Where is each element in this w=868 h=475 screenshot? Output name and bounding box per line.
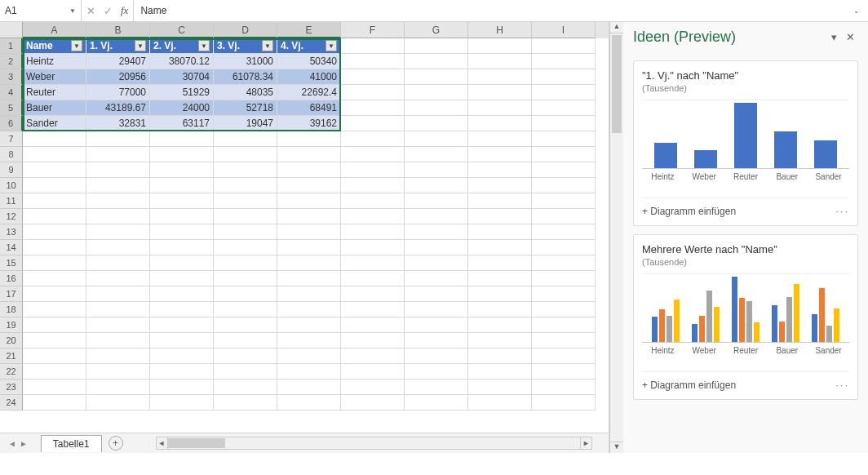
vertical-scrollbar[interactable]: ▲ ▼ bbox=[609, 22, 623, 453]
cell[interactable] bbox=[468, 224, 532, 240]
cell[interactable]: 22692.4 bbox=[277, 85, 341, 100]
cell[interactable] bbox=[23, 147, 86, 162]
row-header[interactable]: 18 bbox=[0, 302, 23, 317]
cell[interactable] bbox=[341, 317, 405, 333]
cell[interactable] bbox=[23, 193, 86, 209]
filter-dropdown-icon[interactable]: ▼ bbox=[262, 40, 273, 51]
cell[interactable] bbox=[405, 178, 468, 193]
cell[interactable] bbox=[468, 286, 532, 302]
cell[interactable]: Reuter bbox=[23, 85, 86, 100]
cell[interactable] bbox=[86, 224, 150, 240]
cell[interactable] bbox=[405, 116, 468, 131]
cell[interactable]: 2. Vj.▼ bbox=[150, 38, 214, 54]
horizontal-scrollbar[interactable]: ◄ ► bbox=[156, 437, 592, 450]
cell[interactable] bbox=[341, 38, 405, 54]
scroll-down-icon[interactable]: ▼ bbox=[610, 442, 623, 453]
column-header[interactable]: H bbox=[468, 22, 532, 38]
cell[interactable] bbox=[468, 364, 532, 380]
cancel-icon[interactable]: ✕ bbox=[86, 5, 95, 17]
cell[interactable] bbox=[86, 286, 150, 302]
cell[interactable] bbox=[150, 302, 214, 317]
filter-dropdown-icon[interactable]: ▼ bbox=[135, 40, 146, 51]
row-header[interactable]: 6 bbox=[0, 116, 23, 131]
cell[interactable] bbox=[150, 178, 214, 193]
cell[interactable] bbox=[150, 224, 214, 240]
cell[interactable] bbox=[214, 131, 277, 147]
cell[interactable] bbox=[341, 240, 405, 255]
cell[interactable] bbox=[23, 131, 86, 147]
cell[interactable] bbox=[341, 69, 405, 85]
column-header[interactable]: E bbox=[277, 22, 341, 38]
cell[interactable] bbox=[468, 302, 532, 317]
cell[interactable] bbox=[341, 333, 405, 348]
cell[interactable] bbox=[405, 302, 468, 317]
cell[interactable]: 51929 bbox=[150, 85, 214, 100]
cell[interactable] bbox=[86, 380, 150, 395]
scroll-up-icon[interactable]: ▲ bbox=[610, 22, 623, 33]
name-box[interactable]: A1 ▼ bbox=[0, 0, 82, 21]
column-header[interactable]: C bbox=[150, 22, 214, 38]
cell[interactable] bbox=[150, 286, 214, 302]
cell[interactable] bbox=[150, 271, 214, 286]
insert-chart-button[interactable]: Diagramm einfügen bbox=[642, 206, 835, 217]
row-header[interactable]: 14 bbox=[0, 240, 23, 255]
cell[interactable] bbox=[405, 348, 468, 364]
cell[interactable] bbox=[341, 162, 405, 178]
cell[interactable] bbox=[214, 302, 277, 317]
cell[interactable] bbox=[23, 348, 86, 364]
cell[interactable] bbox=[532, 271, 596, 286]
cell[interactable] bbox=[214, 333, 277, 348]
cell[interactable] bbox=[23, 302, 86, 317]
cell[interactable] bbox=[468, 333, 532, 348]
cell[interactable] bbox=[277, 302, 341, 317]
close-icon[interactable]: ✕ bbox=[842, 31, 858, 43]
cell[interactable] bbox=[532, 224, 596, 240]
row-header[interactable]: 7 bbox=[0, 131, 23, 147]
filter-dropdown-icon[interactable]: ▼ bbox=[326, 40, 337, 51]
cell[interactable] bbox=[86, 348, 150, 364]
cell[interactable] bbox=[532, 162, 596, 178]
cell[interactable] bbox=[86, 255, 150, 271]
filter-dropdown-icon[interactable]: ▼ bbox=[71, 40, 82, 51]
cell[interactable] bbox=[532, 69, 596, 85]
cell[interactable] bbox=[150, 348, 214, 364]
cell[interactable] bbox=[214, 178, 277, 193]
cell[interactable] bbox=[341, 302, 405, 317]
row-header[interactable]: 15 bbox=[0, 255, 23, 271]
row-header[interactable]: 12 bbox=[0, 209, 23, 224]
cell[interactable] bbox=[23, 271, 86, 286]
cell[interactable] bbox=[532, 240, 596, 255]
cell[interactable] bbox=[86, 240, 150, 255]
cell[interactable] bbox=[341, 255, 405, 271]
cell[interactable] bbox=[277, 131, 341, 147]
cell[interactable] bbox=[532, 54, 596, 69]
scroll-right-icon[interactable]: ► bbox=[580, 437, 591, 449]
row-header[interactable]: 3 bbox=[0, 69, 23, 85]
cell[interactable] bbox=[532, 147, 596, 162]
cell[interactable] bbox=[468, 317, 532, 333]
cell[interactable] bbox=[277, 162, 341, 178]
cell[interactable] bbox=[405, 380, 468, 395]
cell[interactable]: 50340 bbox=[277, 54, 341, 69]
cell[interactable] bbox=[341, 116, 405, 131]
cell[interactable] bbox=[277, 193, 341, 209]
cell[interactable] bbox=[277, 364, 341, 380]
cell[interactable] bbox=[341, 147, 405, 162]
cell[interactable] bbox=[341, 209, 405, 224]
cell[interactable] bbox=[532, 286, 596, 302]
cell[interactable] bbox=[405, 131, 468, 147]
cell[interactable] bbox=[277, 240, 341, 255]
cell[interactable] bbox=[405, 54, 468, 69]
cell[interactable]: 19047 bbox=[214, 116, 277, 131]
row-header[interactable]: 4 bbox=[0, 85, 23, 100]
cell[interactable] bbox=[532, 302, 596, 317]
cell[interactable] bbox=[341, 271, 405, 286]
cell[interactable] bbox=[532, 178, 596, 193]
cell[interactable] bbox=[468, 38, 532, 54]
more-options-icon[interactable]: ··· bbox=[835, 205, 849, 217]
add-sheet-button[interactable]: + bbox=[108, 436, 123, 451]
scroll-left-icon[interactable]: ◄ bbox=[157, 437, 168, 449]
expand-formula-bar-icon[interactable]: ⌄ bbox=[845, 7, 868, 15]
cell[interactable] bbox=[468, 162, 532, 178]
cell[interactable] bbox=[532, 364, 596, 380]
